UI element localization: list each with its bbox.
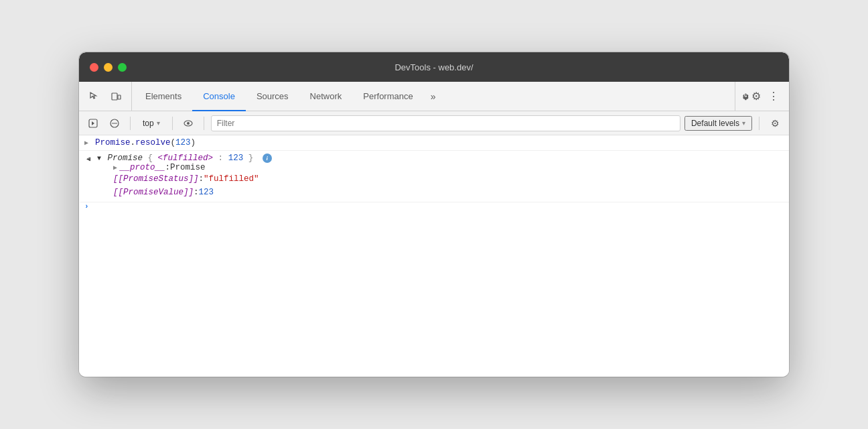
tab-sources[interactable]: Sources — [246, 82, 299, 111]
proto-expand-arrow[interactable]: ▶ — [113, 164, 117, 172]
proto-value: Promise — [170, 163, 206, 172]
console-toolbar: top ▾ Default levels ▾ ⚙ — [79, 111, 789, 135]
prompt-arrow-icon: › — [84, 202, 89, 210]
console-input-entry: ▶ Promise.resolve(123) — [79, 135, 789, 151]
promise-value-line: [[PromiseValue]] : 123 — [86, 186, 214, 199]
console-output-entry: ◀ ◂ ▼ Promise { <fulfilled> : 123 } i ▶ … — [79, 151, 789, 202]
divider4 — [759, 117, 760, 130]
divider3 — [204, 117, 204, 130]
tabs: Elements Console Sources Network Perform… — [135, 82, 735, 111]
toolbar-right: ⚙ ⋮ — [735, 82, 784, 111]
tab-console[interactable]: Console — [192, 82, 246, 111]
inspect-element-button[interactable] — [84, 86, 104, 107]
device-toolbar-button[interactable] — [106, 86, 126, 107]
window-title: DevTools - web.dev/ — [394, 62, 473, 72]
close-button[interactable] — [90, 63, 98, 72]
traffic-lights — [90, 63, 127, 72]
toolbar-icons — [84, 82, 132, 111]
run-script-button[interactable] — [84, 115, 102, 132]
clear-console-button[interactable] — [106, 115, 123, 132]
svg-rect-0 — [112, 93, 117, 100]
promise-output-line: ◀ ◂ ▼ Promise { <fulfilled> : 123 } i — [86, 154, 272, 163]
expand-arrow[interactable]: ▶ — [84, 139, 88, 147]
eye-button[interactable] — [179, 115, 197, 132]
maximize-button[interactable] — [118, 63, 127, 72]
log-levels-button[interactable]: Default levels ▾ — [684, 116, 752, 131]
down-arrow-icon[interactable]: ▼ — [97, 155, 101, 162]
settings-button[interactable]: ⚙ — [741, 86, 761, 107]
divider2 — [172, 117, 173, 130]
promise-italic: Promise — [108, 154, 148, 163]
console-settings-button[interactable]: ⚙ — [766, 115, 784, 132]
filter-input[interactable] — [211, 115, 680, 131]
tab-network[interactable]: Network — [299, 82, 353, 111]
minimize-button[interactable] — [104, 63, 113, 72]
keyword-promise: Promise — [95, 138, 131, 147]
promise-value-number: 123 — [199, 188, 214, 197]
svg-rect-1 — [118, 95, 121, 99]
devtools-toolbar: Elements Console Sources Network Perform… — [79, 82, 789, 111]
divider — [130, 117, 131, 130]
info-badge[interactable]: i — [263, 154, 272, 163]
titlebar: DevTools - web.dev/ — [79, 52, 789, 82]
tab-performance[interactable]: Performance — [352, 82, 423, 111]
console-prompt[interactable]: › — [79, 202, 789, 210]
console-input-text: Promise.resolve(123) — [95, 138, 196, 147]
devtools-window: DevTools - web.dev/ Elements Console — [79, 52, 789, 377]
tab-elements[interactable]: Elements — [135, 82, 192, 111]
promise-status-line: [[PromiseStatus]] : "fulfilled" — [86, 172, 259, 186]
keyword-resolve: resolve — [135, 138, 171, 147]
svg-point-6 — [187, 122, 190, 125]
more-options-button[interactable]: ⋮ — [764, 86, 784, 107]
promise-status-value: "fulfilled" — [204, 174, 259, 184]
more-tabs-button[interactable]: » — [424, 82, 443, 111]
number-123: 123 — [175, 138, 191, 147]
context-selector[interactable]: top ▾ — [137, 117, 165, 129]
console-content: ▶ Promise.resolve(123) ◀ ◂ ▼ Promise { <… — [79, 135, 789, 377]
proto-line: ▶ __proto__ : Promise — [86, 163, 206, 172]
